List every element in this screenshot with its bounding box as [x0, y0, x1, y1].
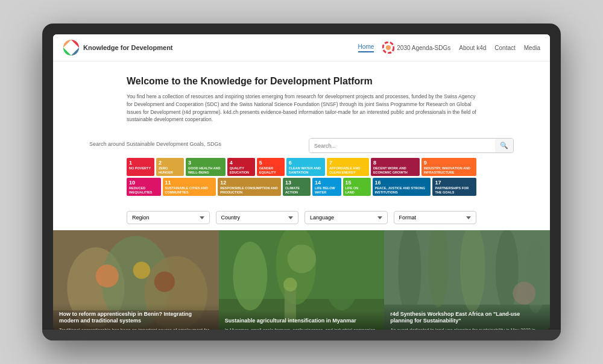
- card-1-title: How to reform apprenticeship in Benin? I…: [59, 311, 213, 325]
- hero-section: Welcome to the Knowledge for Development…: [90, 61, 513, 133]
- laptop-base: [42, 330, 561, 340]
- sdg-item-1[interactable]: 1NO POVERTY: [127, 158, 154, 176]
- sdg-item-6[interactable]: 6CLEAN WATER AND SANITATION: [286, 158, 325, 176]
- sdg-item-10[interactable]: 10REDUCED INEQUALITIES: [127, 178, 161, 196]
- filters-section: Region Country Language Format: [90, 205, 513, 230]
- sdg-item-13[interactable]: 13CLIMATE ACTION: [283, 178, 311, 196]
- nav-logo-text: Knowledge for Development: [83, 44, 173, 51]
- card-1[interactable]: How to reform apprenticeship in Benin? I…: [53, 230, 219, 330]
- format-filter[interactable]: Format: [394, 211, 477, 224]
- card-2-desc: In Myanmar, small-scale farmers, agribus…: [225, 327, 379, 330]
- svg-point-27: [513, 282, 536, 305]
- navbar: Knowledge for Development Home 2030 Agen…: [53, 34, 550, 61]
- search-input[interactable]: [309, 139, 495, 152]
- nav-links: Home 2030 Agenda-SDGs About k4d Contact …: [358, 42, 540, 54]
- svg-point-11: [154, 272, 175, 292]
- svg-point-10: [133, 262, 151, 280]
- sdg-item-7[interactable]: 7AFFORDABLE AND CLEAN ENERGY: [327, 158, 369, 176]
- sdg-wheel-icon: [382, 42, 394, 54]
- card-3[interactable]: r4d Synthesis Workshop East Africa on "L…: [384, 230, 550, 330]
- search-bar: 🔍: [309, 138, 514, 153]
- card-3-title: r4d Synthesis Workshop East Africa on "L…: [390, 311, 544, 325]
- sdg-item-16[interactable]: 16PEACE, JUSTICE AND STRONG INSTITUTIONS: [373, 178, 431, 196]
- svg-point-16: [323, 236, 360, 311]
- sdg-item-8[interactable]: 8DECENT WORK AND ECONOMIC GROWTH: [371, 158, 420, 176]
- sdg-row: 1NO POVERTY2ZERO HUNGER3GOOD HEALTH AND …: [127, 158, 476, 176]
- sdg-item-11[interactable]: 11SUSTAINABLE CITIES AND COMMUNITIES: [163, 178, 216, 196]
- svg-point-17: [287, 245, 316, 274]
- hero-description: You find here a collection of resources …: [127, 93, 476, 124]
- svg-point-3: [386, 45, 391, 50]
- nav-sdg[interactable]: 2030 Agenda-SDGs: [382, 42, 450, 54]
- svg-point-14: [233, 242, 267, 310]
- nav-link-home[interactable]: Home: [358, 43, 374, 52]
- laptop-screen: Knowledge for Development Home 2030 Agen…: [53, 34, 550, 330]
- card-1-desc: Traditional apprenticeship has been an i…: [59, 327, 213, 330]
- logo-icon: [63, 39, 80, 56]
- search-row: Search around Sustainable Development Go…: [53, 133, 550, 158]
- nav-link-about[interactable]: About k4d: [459, 45, 486, 51]
- language-filter[interactable]: Language: [305, 211, 388, 224]
- card-2-title: Sustainable agricultural intensification…: [225, 318, 379, 325]
- sdg-item-5[interactable]: 5GENDER EQUALITY: [257, 158, 285, 176]
- search-label: Search around Sustainable Development Go…: [89, 141, 221, 147]
- nav-sdg-label: 2030 Agenda-SDGs: [397, 45, 450, 51]
- cards-section: How to reform apprenticeship in Benin? I…: [53, 230, 550, 330]
- sdg-item-2[interactable]: 2ZERO HUNGER: [156, 158, 184, 176]
- sdg-grid: 1NO POVERTY2ZERO HUNGER3GOOD HEALTH AND …: [90, 158, 513, 205]
- region-filter[interactable]: Region: [127, 211, 210, 224]
- hero-title: Welcome to the Knowledge for Development…: [127, 76, 476, 87]
- sdg-item-12[interactable]: 12RESPONSIBLE CONSUMPTION AND PRODUCTION: [218, 178, 281, 196]
- svg-point-19: [283, 278, 297, 292]
- country-filter[interactable]: Country: [216, 211, 299, 224]
- sdg-item-9[interactable]: 9INDUSTRY, INNOVATION AND INFRASTRUCTURE: [421, 158, 476, 176]
- sdg-item-4[interactable]: 4QUALITY EDUCATION: [227, 158, 255, 176]
- svg-point-1: [68, 45, 74, 51]
- svg-point-9: [96, 265, 119, 287]
- card-2[interactable]: Sustainable agricultural intensification…: [219, 230, 385, 330]
- sdg-item-15[interactable]: 15LIFE ON LAND: [343, 178, 371, 196]
- laptop-shell: Knowledge for Development Home 2030 Agen…: [42, 24, 561, 340]
- card-3-desc: An event dedicated to land-use planning …: [390, 327, 544, 330]
- sdg-item-14[interactable]: 14LIFE BELOW WATER: [312, 178, 341, 196]
- sdg-item-17[interactable]: 17PARTNERSHIPS FOR THE GOALS: [432, 178, 476, 196]
- nav-link-contact[interactable]: Contact: [494, 45, 515, 51]
- sdg-row: 10REDUCED INEQUALITIES11SUSTAINABLE CITI…: [127, 178, 476, 196]
- sdg-item-3[interactable]: 3GOOD HEALTH AND WELL-BEING: [186, 158, 226, 176]
- card-1-overlay: How to reform apprenticeship in Benin? I…: [53, 304, 219, 330]
- nav-logo[interactable]: Knowledge for Development: [63, 39, 173, 56]
- nav-link-media[interactable]: Media: [524, 45, 540, 51]
- card-3-overlay: r4d Synthesis Workshop East Africa on "L…: [384, 304, 550, 330]
- card-2-overlay: Sustainable agricultural intensification…: [219, 310, 385, 330]
- search-button[interactable]: 🔍: [495, 139, 513, 152]
